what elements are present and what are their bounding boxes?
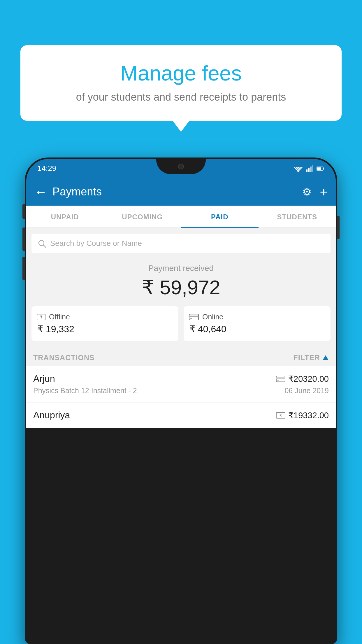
filter-button[interactable]: FILTER bbox=[293, 354, 329, 362]
offline-amount: ₹ 19,332 bbox=[37, 323, 173, 335]
txn-anupriya-name: Anupriya bbox=[33, 410, 70, 421]
txn-arjun-detail: Physics Batch 12 Installment - 2 bbox=[33, 386, 137, 395]
online-icon bbox=[189, 313, 199, 321]
txn-arjun-bottom: Physics Batch 12 Installment - 2 06 June… bbox=[33, 386, 329, 395]
transactions-header: TRANSACTIONS FILTER bbox=[26, 348, 336, 366]
offline-payment-card: ₹ Offline ₹ 19,332 bbox=[31, 306, 178, 341]
add-icon[interactable]: + bbox=[320, 184, 328, 200]
volume-up-button bbox=[22, 228, 25, 251]
payment-cards: ₹ Offline ₹ 19,332 O bbox=[31, 306, 331, 341]
txn-arjun-card-icon bbox=[276, 375, 285, 382]
page-title: Payments bbox=[52, 186, 302, 198]
search-icon bbox=[38, 239, 46, 248]
camera bbox=[178, 164, 184, 169]
online-card-header: Online bbox=[189, 313, 325, 321]
bubble-subtitle: of your students and send receipts to pa… bbox=[38, 91, 324, 103]
search-bar[interactable]: Search by Course or Name bbox=[31, 234, 331, 253]
bubble-title: Manage fees bbox=[38, 61, 324, 85]
svg-marker-2 bbox=[297, 167, 299, 168]
online-amount: ₹ 40,640 bbox=[189, 323, 325, 335]
svg-rect-16 bbox=[189, 316, 198, 317]
wifi-icon bbox=[294, 165, 303, 172]
transaction-item-arjun: Arjun ₹20320.00 Physics Batch 12 Install… bbox=[26, 366, 336, 402]
svg-rect-20 bbox=[276, 377, 285, 379]
filter-label: FILTER bbox=[293, 354, 320, 362]
tab-paid[interactable]: PAID bbox=[181, 206, 259, 228]
txn-anupriya-amount-wrap: ₹ ₹19332.00 bbox=[276, 410, 329, 420]
tab-upcoming[interactable]: UPCOMING bbox=[104, 206, 181, 228]
power-button bbox=[337, 216, 340, 239]
back-button[interactable]: ← bbox=[34, 185, 47, 199]
txn-arjun-date: 06 June 2019 bbox=[284, 386, 329, 395]
transactions-label: TRANSACTIONS bbox=[33, 354, 95, 362]
svg-marker-18 bbox=[323, 355, 328, 360]
payment-received-section: Payment received ₹ 59,972 bbox=[26, 253, 336, 306]
tab-unpaid[interactable]: UNPAID bbox=[26, 206, 104, 228]
phone-frame: 14:29 bbox=[25, 158, 337, 644]
status-time: 14:29 bbox=[37, 164, 56, 173]
battery-icon bbox=[317, 166, 325, 171]
txn-arjun-amount: ₹20320.00 bbox=[288, 374, 329, 384]
search-placeholder: Search by Course or Name bbox=[50, 239, 142, 248]
txn-anupriya-cash-icon: ₹ bbox=[276, 412, 285, 419]
notch bbox=[156, 159, 206, 174]
tab-students[interactable]: STUDENTS bbox=[259, 206, 336, 228]
online-payment-card: Online ₹ 40,640 bbox=[184, 306, 331, 341]
txn-arjun-top: Arjun ₹20320.00 bbox=[33, 373, 329, 384]
svg-rect-21 bbox=[277, 380, 279, 381]
svg-line-12 bbox=[43, 245, 46, 247]
settings-icon[interactable]: ⚙ bbox=[302, 186, 312, 198]
txn-anupriya-amount: ₹19332.00 bbox=[288, 410, 329, 420]
svg-rect-9 bbox=[323, 168, 324, 169]
offline-label: Offline bbox=[49, 313, 70, 321]
svg-rect-7 bbox=[312, 165, 313, 172]
svg-rect-4 bbox=[306, 169, 307, 172]
svg-rect-17 bbox=[190, 318, 192, 319]
speech-bubble: Manage fees of your students and send re… bbox=[20, 45, 342, 121]
phone-screen: 14:29 bbox=[26, 159, 336, 643]
svg-rect-6 bbox=[310, 167, 312, 172]
payment-label: Payment received bbox=[32, 264, 330, 273]
signal-icon bbox=[306, 165, 313, 172]
svg-rect-5 bbox=[308, 168, 310, 172]
volume-silent-button bbox=[22, 204, 25, 219]
filter-icon bbox=[322, 355, 329, 361]
txn-arjun-amount-wrap: ₹20320.00 bbox=[276, 374, 329, 384]
online-label: Online bbox=[202, 313, 223, 321]
header-actions: ⚙ + bbox=[302, 184, 328, 200]
transaction-item-anupriya: Anupriya ₹ ₹19332.00 bbox=[26, 402, 336, 428]
speech-bubble-container: Manage fees of your students and send re… bbox=[20, 45, 342, 121]
svg-rect-10 bbox=[317, 167, 321, 170]
tabs-bar: UNPAID UPCOMING PAID STUDENTS bbox=[26, 206, 336, 228]
txn-arjun-name: Arjun bbox=[33, 373, 55, 384]
offline-icon: ₹ bbox=[37, 313, 45, 321]
offline-card-header: ₹ Offline bbox=[37, 313, 173, 321]
payment-total-amount: ₹ 59,972 bbox=[32, 276, 330, 299]
app-header: ← Payments ⚙ + bbox=[26, 178, 336, 206]
svg-text:₹: ₹ bbox=[40, 315, 43, 319]
svg-text:₹: ₹ bbox=[280, 413, 282, 418]
volume-down-button bbox=[22, 257, 25, 280]
txn-anupriya-top: Anupriya ₹ ₹19332.00 bbox=[33, 410, 329, 421]
status-icons bbox=[294, 165, 325, 172]
app-content: Search by Course or Name Payment receive… bbox=[26, 228, 336, 428]
